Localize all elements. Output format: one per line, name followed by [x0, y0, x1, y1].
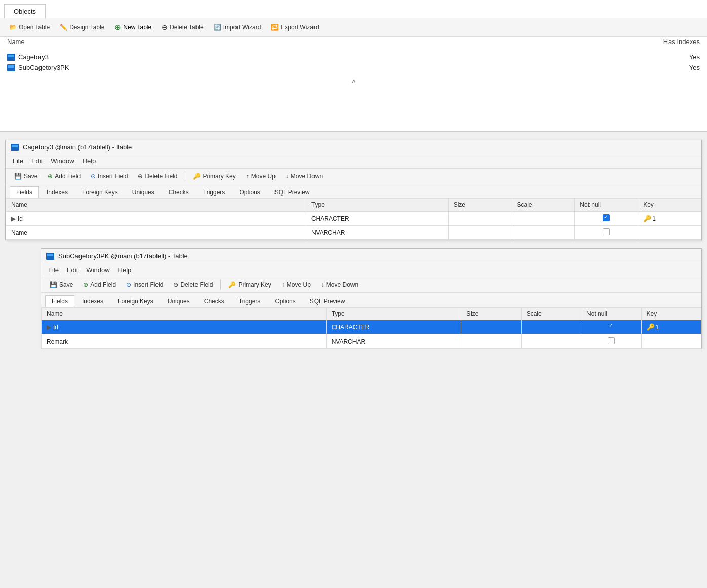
delete-table-label: Delete Table [170, 24, 204, 31]
move-up-button-1[interactable]: ↑ Move Up [242, 171, 280, 181]
name-column-header: Name [7, 38, 663, 46]
tab-options-1[interactable]: Options [232, 186, 266, 198]
col-header-key-2: Key [641, 308, 701, 320]
col-header-size-1: Size [448, 199, 512, 212]
tab-fields-2[interactable]: Fields [45, 295, 74, 307]
delete-field-button-2[interactable]: ⊖ Delete Field [169, 280, 217, 290]
list-item[interactable]: SubCagetory3PK Yes [0, 62, 707, 73]
tab-uniques-2[interactable]: Uniques [161, 295, 197, 307]
design-table-button[interactable]: ✏️ Design Table [56, 22, 108, 32]
list-item[interactable]: Cagetory3 Yes [0, 52, 707, 62]
window-1-menubar: File Edit Window Help [6, 154, 701, 169]
field-size-1-1 [448, 226, 512, 240]
menu-file-1[interactable]: File [9, 156, 27, 166]
checkbox-checked[interactable] [603, 214, 610, 221]
tab-uniques-1[interactable]: Uniques [126, 186, 161, 198]
menu-edit-1[interactable]: Edit [27, 156, 47, 166]
save-label-2: Save [59, 281, 73, 288]
key-icon-2: 🔑 [228, 281, 236, 288]
menu-window-2[interactable]: Window [82, 265, 113, 275]
new-table-button[interactable]: ⊕ New Table [110, 21, 155, 33]
move-down-label-2: Move Down [326, 281, 358, 288]
insert-field-button-2[interactable]: ⊙ Insert Field [122, 280, 168, 290]
tab-checks-1[interactable]: Checks [162, 186, 195, 198]
tab-foreign-keys-2[interactable]: Foreign Keys [111, 295, 160, 307]
field-notnull-1-1 [575, 226, 638, 240]
insert-field-icon-1: ⊙ [91, 173, 96, 180]
export-wizard-icon: 🔁 [271, 24, 279, 31]
export-wizard-button[interactable]: 🔁 Export Wizard [267, 22, 323, 32]
open-table-button[interactable]: 📂 Open Table [5, 22, 54, 32]
objects-list-header: Name Has Indexes [0, 37, 707, 49]
toolbar-divider-1 [185, 171, 185, 181]
save-button-2[interactable]: 💾 Save [45, 280, 77, 290]
save-label-1: Save [24, 173, 37, 180]
menu-window-1[interactable]: Window [47, 156, 78, 166]
primary-key-button-1[interactable]: 🔑 Primary Key [188, 171, 240, 181]
move-down-icon-2: ↓ [321, 281, 324, 288]
menu-file-2[interactable]: File [44, 265, 63, 275]
import-wizard-button[interactable]: 🔄 Import Wizard [210, 22, 265, 32]
objects-tab-label: Objects [14, 8, 36, 15]
tab-indexes-1[interactable]: Indexes [40, 186, 74, 198]
tab-fields-1[interactable]: Fields [10, 186, 39, 198]
col-header-name-1: Name [6, 199, 306, 212]
new-table-icon: ⊕ [114, 23, 121, 32]
menu-help-1[interactable]: Help [78, 156, 100, 166]
tab-triggers-2[interactable]: Triggers [232, 295, 267, 307]
tab-indexes-2[interactable]: Indexes [75, 295, 110, 307]
add-field-icon-1: ⊕ [48, 173, 53, 180]
delete-field-icon-1: ⊖ [138, 173, 143, 180]
objects-panel: Objects 📂 Open Table ✏️ Design Table ⊕ N… [0, 0, 707, 132]
key-emoji: 🔑 [647, 323, 655, 331]
has-indexes-value: Yes [689, 64, 700, 71]
menu-help-2[interactable]: Help [114, 265, 136, 275]
toolbar-divider-2 [220, 280, 221, 290]
tab-options-2[interactable]: Options [268, 295, 302, 307]
objects-list: Cagetory3 Yes SubCagetory3PK Yes [0, 49, 707, 76]
move-down-button-2[interactable]: ↓ Move Down [317, 280, 363, 290]
add-field-label-2: Add Field [90, 281, 116, 288]
row-arrow: ▶ [47, 324, 51, 331]
table-row[interactable]: Name NVARCHAR [6, 226, 701, 240]
field-type-1-0: CHARACTER [306, 212, 448, 226]
field-scale-1-0 [512, 212, 575, 226]
window-2-menubar: File Edit Window Help [41, 263, 701, 277]
field-notnull-1-0 [575, 212, 638, 226]
menu-edit-2[interactable]: Edit [63, 265, 82, 275]
index-column-header: Has Indexes [663, 38, 700, 46]
move-up-icon-2: ↑ [282, 281, 285, 288]
table-window-2: SubCagetory3PK @main (b17tablell) - Tabl… [41, 248, 702, 349]
windows-area: Cagetory3 @main (b17tablell) - Table Fil… [0, 132, 707, 349]
checkbox-unchecked[interactable] [608, 337, 615, 344]
add-field-button-1[interactable]: ⊕ Add Field [43, 171, 85, 181]
field-size-2-1 [461, 334, 521, 349]
primary-key-label-2: Primary Key [238, 281, 271, 288]
col-header-notnull-2: Not null [581, 308, 641, 320]
table-row[interactable]: Remark NVARCHAR [42, 334, 701, 349]
tab-foreign-keys-1[interactable]: Foreign Keys [75, 186, 125, 198]
delete-table-button[interactable]: ⊖ Delete Table [158, 22, 208, 33]
save-button-1[interactable]: 💾 Save [10, 171, 42, 181]
tab-triggers-1[interactable]: Triggers [197, 186, 232, 198]
col-header-type-1: Type [306, 199, 448, 212]
tab-sql-preview-2[interactable]: SQL Preview [303, 295, 352, 307]
add-field-button-2[interactable]: ⊕ Add Field [78, 280, 121, 290]
checkbox-unchecked[interactable] [603, 228, 610, 235]
field-key-1-1 [638, 226, 701, 240]
field-size-1-0 [448, 212, 512, 226]
key-icon-cell: 🔑1 [647, 323, 659, 331]
delete-field-button-1[interactable]: ⊖ Delete Field [133, 171, 182, 181]
tab-checks-2[interactable]: Checks [198, 295, 231, 307]
primary-key-button-2[interactable]: 🔑 Primary Key [224, 280, 276, 290]
move-down-button-1[interactable]: ↓ Move Down [281, 171, 327, 181]
table-row[interactable]: ▶Id CHARACTER 🔑1 [42, 320, 701, 334]
tab-sql-preview-1[interactable]: SQL Preview [268, 186, 317, 198]
field-name-2-1: Remark [42, 334, 327, 349]
insert-field-button-1[interactable]: ⊙ Insert Field [86, 171, 132, 181]
move-up-button-2[interactable]: ↑ Move Up [277, 280, 316, 290]
col-header-size-2: Size [461, 308, 521, 320]
table-row[interactable]: ▶Id CHARACTER 🔑1 [6, 212, 701, 226]
objects-tab[interactable]: Objects [4, 4, 46, 18]
checkbox-checked[interactable] [608, 323, 615, 330]
